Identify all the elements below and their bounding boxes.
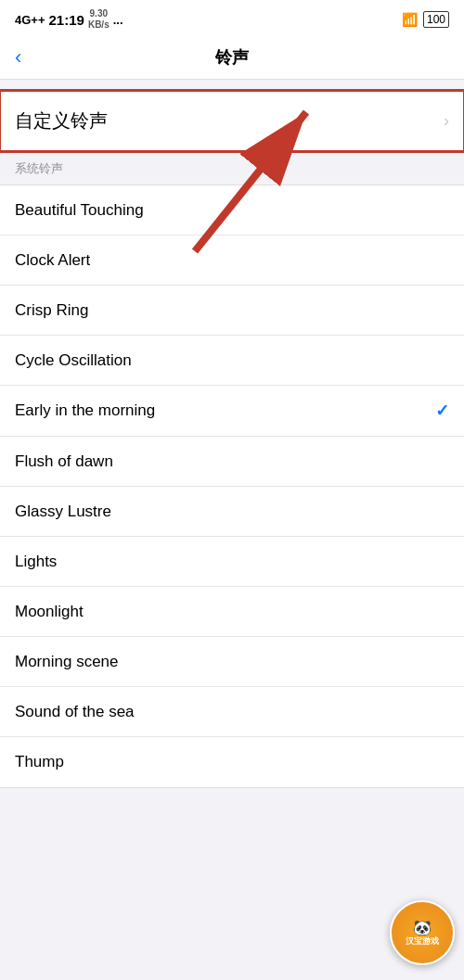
nav-bar: ‹ 铃声 <box>0 35 464 80</box>
ringtone-list: Beautiful TouchingClock AlertCrisp RingC… <box>0 185 464 788</box>
dots-label: ... <box>113 13 123 27</box>
wifi-icon: 📶 <box>402 12 418 27</box>
ringtone-name: Early in the morning <box>15 401 155 420</box>
custom-ringtone-item[interactable]: 自定义铃声 › <box>0 92 464 150</box>
ringtone-name: Crisp Ring <box>15 301 88 320</box>
ringtone-item[interactable]: Morning scene <box>0 637 464 687</box>
ringtone-name: Cycle Oscillation <box>15 351 132 370</box>
watermark-brand: 汉宝游戏 <box>406 936 439 948</box>
time-label: 21:19 <box>49 12 84 28</box>
ringtone-name: Lights <box>15 553 57 571</box>
ringtone-item[interactable]: Lights <box>0 537 464 587</box>
ringtone-name: Morning scene <box>15 653 119 671</box>
ringtone-item[interactable]: Moonlight <box>0 587 464 637</box>
ringtone-name: Beautiful Touching <box>15 201 144 220</box>
ringtone-name: Sound of the sea <box>15 703 135 721</box>
custom-ringtone-section[interactable]: 自定义铃声 › <box>0 91 464 151</box>
ringtone-item[interactable]: Sound of the sea <box>0 687 464 737</box>
ringtone-item[interactable]: Clock Alert <box>0 235 464 286</box>
battery-icon: 100 <box>423 11 449 28</box>
ringtone-name: Thump <box>15 753 64 771</box>
ringtone-name: Flush of dawn <box>15 452 113 471</box>
ringtone-name: Moonlight <box>15 603 84 621</box>
ringtone-item[interactable]: Beautiful Touching <box>0 185 464 235</box>
ringtone-item[interactable]: Early in the morning✓ <box>0 386 464 437</box>
custom-ringtone-label: 自定义铃声 <box>15 108 108 134</box>
ringtone-item[interactable]: Crisp Ring <box>0 286 464 336</box>
status-bar: 4G++ 21:19 9.30KB/s ... 📶 100 <box>0 0 464 35</box>
selected-checkmark-icon: ✓ <box>435 401 449 421</box>
watermark: 🐼 汉宝游戏 <box>390 900 455 965</box>
page-title: 铃声 <box>215 46 249 69</box>
speed-label: 9.30KB/s <box>88 8 110 31</box>
ringtone-name: Clock Alert <box>15 251 90 270</box>
back-button[interactable]: ‹ <box>15 45 21 70</box>
chevron-right-icon: › <box>444 111 449 131</box>
ringtone-item[interactable]: Flush of dawn <box>0 437 464 487</box>
carrier-label: 4G++ <box>15 13 45 27</box>
section-header-label: 系统铃声 <box>15 161 63 175</box>
status-right: 📶 100 <box>402 11 449 28</box>
section-header: 系统铃声 <box>0 151 464 181</box>
ringtone-name: Glassy Lustre <box>15 503 111 521</box>
ringtone-item[interactable]: Thump <box>0 737 464 787</box>
status-left: 4G++ 21:19 9.30KB/s ... <box>15 8 123 31</box>
ringtone-item[interactable]: Glassy Lustre <box>0 487 464 537</box>
watermark-icon: 🐼 <box>413 919 432 936</box>
ringtone-item[interactable]: Cycle Oscillation <box>0 336 464 386</box>
